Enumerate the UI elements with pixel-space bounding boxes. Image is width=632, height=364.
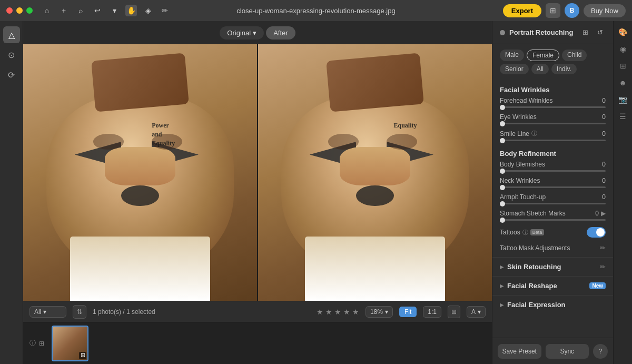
star-1[interactable]: ★	[317, 308, 323, 316]
tag-male[interactable]: Male	[500, 50, 524, 61]
thumbnail-item[interactable]: 🖼	[52, 326, 88, 361]
star-5[interactable]: ★	[352, 308, 359, 316]
tattoos-info-icon[interactable]: ⓘ	[522, 229, 528, 237]
export-button[interactable]: Export	[503, 4, 541, 17]
eye-wrinkles-slider[interactable]	[500, 123, 606, 124]
tag-senior[interactable]: Senior	[500, 64, 529, 74]
right-icon-sidebar: 🎨 ◉ ⊞ ☻ 📷 ☰	[613, 21, 632, 364]
star-2[interactable]: ★	[325, 308, 332, 316]
forehead-wrinkles-value: 0	[602, 97, 606, 104]
search-icon[interactable]: ⌕	[75, 5, 86, 16]
titlebar-right: Export ⊞ B Buy Now	[503, 3, 626, 18]
sync-button[interactable]: Sync	[546, 344, 589, 359]
eye-wrinkles-value: 0	[602, 113, 606, 121]
tag-indiv[interactable]: Indiv.	[551, 64, 577, 74]
right-icon-grid[interactable]: ⊞	[616, 59, 630, 73]
panel-header: Portrait Retouching ⊞ ↺	[492, 21, 613, 44]
original-view-button[interactable]: Original ▾	[220, 26, 264, 40]
add-icon[interactable]: +	[58, 5, 70, 16]
left-sidebar: △ ⊙ ⟳	[0, 21, 23, 364]
avatar[interactable]: B	[565, 3, 579, 18]
facial-wrinkles-title: Facial Wrinkles	[492, 82, 613, 96]
star-3[interactable]: ★	[334, 308, 341, 316]
forehead-wrinkles-row: Forehead Wrinkles 0	[492, 96, 613, 112]
close-window-button[interactable]	[6, 7, 13, 14]
neck-wrinkles-row: Neck Wrinkles 0	[492, 176, 613, 192]
neck-wrinkles-slider[interactable]	[500, 186, 606, 188]
hand-tool-icon[interactable]: ✋	[125, 5, 137, 16]
tattoo-mask-edit-icon[interactable]: ✏	[600, 244, 606, 252]
text-display-button[interactable]: A ▾	[467, 306, 486, 318]
neck-wrinkles-label: Neck Wrinkles	[500, 177, 540, 184]
help-button[interactable]: ?	[593, 344, 608, 359]
one-to-one-button[interactable]: 1:1	[423, 306, 441, 318]
filter-select[interactable]: All ▾	[29, 306, 66, 318]
save-preset-button[interactable]: Save Preset	[498, 344, 541, 359]
stamp-icon[interactable]: ◈	[142, 5, 154, 16]
zoom-select[interactable]: 18% ▾	[366, 306, 393, 318]
panel-header-icons: ⊞ ↺	[579, 27, 606, 38]
facial-expression-chevron: ▶	[500, 302, 504, 308]
panel-scroll[interactable]: Facial Wrinkles Forehead Wrinkles 0 Eye …	[492, 77, 613, 338]
brush-icon[interactable]: ✏	[159, 5, 171, 16]
home-icon[interactable]: ⌂	[41, 5, 53, 16]
right-icon-camera[interactable]: 📷	[616, 93, 630, 106]
left-tool-sun[interactable]: ⊙	[3, 46, 20, 63]
center-area: Original ▾ After	[23, 21, 492, 364]
facial-reshape-section[interactable]: ▶ Facial Reshape New	[492, 276, 613, 295]
right-icon-paint[interactable]: 🎨	[616, 25, 630, 39]
stomach-stretch-marks-value: 0 ▶	[595, 210, 606, 217]
skin-retouching-label: Skin Retouching	[507, 263, 597, 271]
fit-button[interactable]: Fit	[399, 307, 417, 317]
smile-line-row: Smile Line ⓘ 0	[492, 129, 613, 145]
body-blemishes-row: Body Blemishes 0	[492, 160, 613, 176]
stomach-stretch-marks-slider[interactable]	[500, 219, 606, 221]
grid-view-toggle[interactable]: ⊞	[448, 306, 460, 318]
stomach-expand-icon[interactable]: ▶	[601, 210, 606, 217]
right-icon-face[interactable]: ☻	[616, 76, 630, 90]
after-view-button[interactable]: After	[266, 26, 295, 40]
tag-all[interactable]: All	[531, 64, 549, 74]
skin-retouching-edit-icon[interactable]: ✏	[600, 263, 606, 271]
filmstrip-expand-icon[interactable]: ⊞	[39, 340, 44, 347]
left-tool-triangle[interactable]: △	[3, 26, 20, 43]
panel-settings-icon[interactable]: ↺	[594, 27, 606, 38]
left-tool-history[interactable]: ⟳	[3, 66, 20, 83]
body-blemishes-slider[interactable]	[500, 170, 606, 172]
minimize-window-button[interactable]	[16, 7, 23, 14]
right-icon-layers[interactable]: ☰	[616, 110, 630, 123]
sort-button[interactable]: ⇅	[73, 305, 86, 319]
facial-expression-section[interactable]: ▶ Facial Expression	[492, 295, 613, 314]
maximize-window-button[interactable]	[26, 7, 33, 14]
tattoos-toggle-row: Tattoos ⓘ Beta	[492, 225, 613, 242]
tag-female[interactable]: Female	[527, 50, 559, 61]
armpit-touchup-row: Armpit Touch-up 0	[492, 192, 613, 209]
layout-icon[interactable]: ⊞	[546, 3, 560, 18]
panel-expand-icon[interactable]: ⊞	[579, 27, 591, 38]
smile-line-info-icon[interactable]: ⓘ	[531, 130, 537, 137]
buy-now-button[interactable]: Buy Now	[584, 4, 626, 17]
titlebar: ⌂ + ⌕ ↩ ▾ ✋ ◈ ✏ close-up-woman-expressin…	[0, 0, 632, 21]
armpit-touchup-slider[interactable]	[500, 203, 606, 204]
panel-bottom: Save Preset Sync ?	[492, 338, 613, 364]
filmstrip: ⓘ ⊞ 🖼	[23, 322, 492, 364]
image-area: PowerandEquality Equality	[23, 44, 492, 301]
right-icon-adjust[interactable]: ◉	[616, 42, 630, 56]
tattoos-toggle[interactable]	[587, 227, 606, 238]
filmstrip-info-icon[interactable]: ⓘ	[29, 339, 36, 348]
tattoo-mask-label: Tattoo Mask Adjustments	[500, 244, 600, 252]
tattoos-label: Tattoos ⓘ Beta	[500, 229, 587, 237]
smile-line-slider[interactable]	[500, 140, 606, 141]
stomach-stretch-marks-label: Stomach Stretch Marks	[500, 210, 566, 217]
tag-child[interactable]: Child	[562, 50, 587, 61]
body-blemishes-label: Body Blemishes	[500, 161, 545, 168]
facial-reshape-chevron: ▶	[500, 283, 504, 289]
photo-count: 1 photo(s) / 1 selected	[93, 308, 155, 316]
smile-line-label: Smile Line ⓘ	[500, 130, 537, 137]
forehead-wrinkles-slider[interactable]	[500, 106, 606, 108]
star-4[interactable]: ★	[343, 308, 350, 316]
undo-dropdown-icon[interactable]: ▾	[108, 5, 120, 16]
skin-retouching-section[interactable]: ▶ Skin Retouching ✏	[492, 257, 613, 276]
undo-icon[interactable]: ↩	[92, 5, 103, 16]
titlebar-tools: ⌂ + ⌕ ↩ ▾ ✋ ◈ ✏	[41, 5, 171, 16]
